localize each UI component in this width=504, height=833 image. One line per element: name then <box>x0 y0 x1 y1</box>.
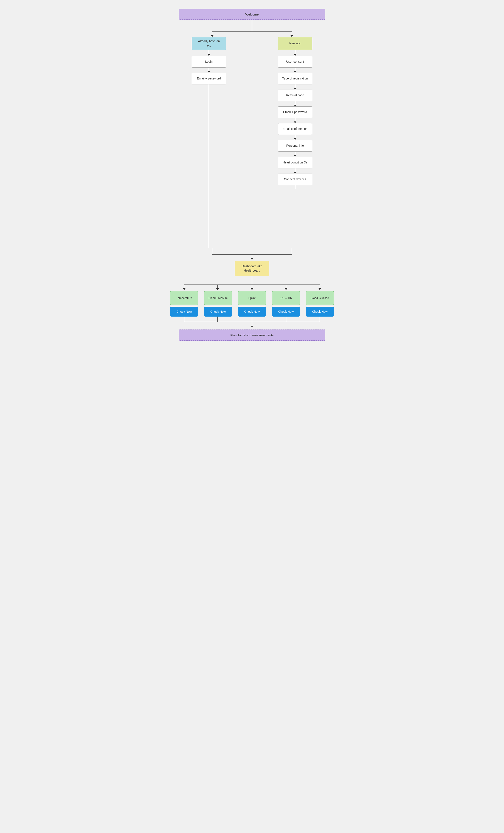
blood-pressure-label: Blood Pressure <box>209 296 227 300</box>
email-password-right-box: Email + password <box>278 106 312 118</box>
check-now-blood-glucose-label: Check Now <box>312 310 328 313</box>
merge-section <box>179 248 325 261</box>
check-now-ekg-label: Check Now <box>278 310 294 313</box>
referral-code-label: Referral code <box>286 93 304 98</box>
right-branch: User consent Type of registration Referr… <box>265 50 325 189</box>
rc5 <box>294 118 296 123</box>
login-box: Login <box>192 56 226 68</box>
rc7 <box>294 151 296 157</box>
svg-marker-29 <box>251 326 253 327</box>
email-confirmation-box: Email confirmation <box>278 123 312 135</box>
merge-measurements-svg <box>170 316 334 330</box>
col-ekg-hr: EKG / HR Check Now <box>272 291 300 316</box>
left-branch: Login Email + password <box>179 50 239 248</box>
fan-out <box>170 280 334 291</box>
check-now-temperature-label: Check Now <box>176 310 192 313</box>
svg-marker-9 <box>251 258 253 260</box>
branch-split <box>179 26 325 37</box>
svg-marker-13 <box>183 288 186 290</box>
measurements-label: Flow for taking measurements <box>231 333 274 337</box>
type-of-registration-label: Type of registration <box>282 76 308 81</box>
branches-content: Login Email + password User consent <box>179 50 325 248</box>
rc9-line <box>295 185 295 189</box>
welcome-label: Welcome <box>245 12 259 17</box>
new-acc-box: New acc <box>278 37 312 50</box>
right-arrow <box>291 35 293 37</box>
check-now-spo2-btn[interactable]: Check Now <box>238 307 266 316</box>
email-password-right-label: Email + password <box>283 110 307 114</box>
blood-pressure-box: Blood Pressure <box>204 291 232 305</box>
personal-info-box: Personal info <box>278 140 312 151</box>
rc1 <box>294 50 296 56</box>
new-acc-wrapper: New acc <box>265 37 325 50</box>
temperature-label: Temperature <box>176 296 192 300</box>
personal-info-label: Personal info <box>286 144 304 148</box>
dashboard-box: Dashboard aka Healthboard <box>235 261 269 276</box>
blood-glucose-box: Blood Glucose <box>306 291 334 305</box>
rc3 <box>294 85 296 90</box>
check-now-blood-pressure-label: Check Now <box>211 310 226 313</box>
merge-to-measurements <box>170 316 334 330</box>
heart-condition-label: Heart condition Qs <box>283 161 308 165</box>
new-acc-label: New acc <box>289 41 301 46</box>
welcome-connector <box>252 20 252 26</box>
branch-split-svg <box>179 26 325 37</box>
existing-acc-label: Already have an acc <box>195 39 222 48</box>
col-blood-glucose: Blood Glucose Check Now <box>306 291 334 316</box>
svg-marker-21 <box>318 288 321 290</box>
blood-glucose-label: Blood Glucose <box>311 296 329 300</box>
login-label: Login <box>205 60 213 64</box>
welcome-box: Welcome <box>179 8 325 20</box>
spo2-label: SpO2 <box>248 296 256 300</box>
check-now-blood-glucose-btn[interactable]: Check Now <box>306 307 334 316</box>
connect-devices-label: Connect devices <box>284 177 306 182</box>
existing-acc-box: Already have an acc <box>192 37 226 50</box>
svg-marker-15 <box>216 288 219 290</box>
line-v <box>252 20 252 26</box>
long-left-line <box>209 85 209 248</box>
merge-svg <box>179 248 325 261</box>
lc2 <box>208 68 210 73</box>
email-password-left-box: Email + password <box>192 73 226 85</box>
svg-marker-19 <box>285 288 287 290</box>
lc1 <box>208 50 210 56</box>
check-now-temperature-btn[interactable]: Check Now <box>170 307 198 316</box>
check-now-ekg-btn[interactable]: Check Now <box>272 307 300 316</box>
rc2 <box>294 68 296 73</box>
col-temperature: Temperature Check Now <box>170 291 198 316</box>
heart-condition-box: Heart condition Qs <box>278 157 312 168</box>
diagram: Welcome Already have an acc New a <box>170 8 334 825</box>
existing-acc-wrapper: Already have an acc <box>179 37 239 50</box>
left-arrow <box>211 35 213 37</box>
connect-devices-box: Connect devices <box>278 173 312 185</box>
svg-marker-17 <box>251 288 253 290</box>
referral-code-box: Referral code <box>278 90 312 101</box>
spo2-box: SpO2 <box>238 291 266 305</box>
type-of-registration-box: Type of registration <box>278 73 312 85</box>
measurements-box: Flow for taking measurements <box>179 330 325 341</box>
check-now-spo2-label: Check Now <box>244 310 260 313</box>
five-columns: Temperature Check Now Blood Pressure Che… <box>170 291 334 316</box>
col-blood-pressure: Blood Pressure Check Now <box>204 291 232 316</box>
account-type-row: Already have an acc New acc <box>179 37 325 50</box>
rc8 <box>294 168 296 173</box>
user-consent-box: User consent <box>278 56 312 68</box>
dashboard-label: Dashboard aka Healthboard <box>242 264 262 272</box>
user-consent-label: User consent <box>286 60 304 64</box>
rc4 <box>294 101 296 106</box>
email-confirmation-label: Email confirmation <box>283 127 307 131</box>
email-password-left-label: Email + password <box>197 76 221 81</box>
check-now-blood-pressure-btn[interactable]: Check Now <box>204 307 232 316</box>
ekg-hr-label: EKG / HR <box>280 296 292 300</box>
col-spo2: SpO2 Check Now <box>238 291 266 316</box>
fan-out-svg <box>170 280 334 291</box>
dashboard-connector <box>252 276 252 280</box>
rc6 <box>294 135 296 140</box>
ekg-hr-box: EKG / HR <box>272 291 300 305</box>
temperature-box: Temperature <box>170 291 198 305</box>
